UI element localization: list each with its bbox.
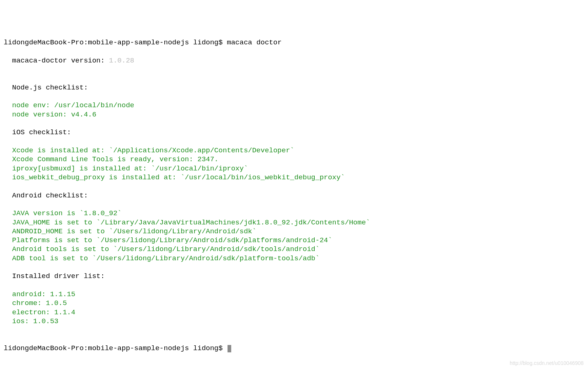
prompt-line-2: lidongdeMacBook-Pro:mobile-app-sample-no… (4, 344, 227, 352)
ios-checklist-header: iOS checklist: (4, 128, 71, 136)
android-checklist-header: Android checklist: (4, 192, 88, 200)
driver-android-line: android: 1.1.15 (4, 290, 75, 298)
ios-iproxy-line: iproxy[usbmuxd] is installed at: `/usr/l… (4, 165, 248, 173)
android-tools-line: Android tools is set to `/Users/lidong/L… (4, 245, 319, 253)
terminal-output[interactable]: lidongdeMacBook-Pro:mobile-app-sample-no… (0, 36, 588, 353)
command-text: macaca doctor (227, 38, 281, 47)
driver-ios-line: ios: 1.0.53 (4, 317, 58, 325)
ios-xcode-line: Xcode is installed at: `/Applications/Xc… (4, 146, 294, 155)
android-platforms-line: Platforms is set to `/Users/lidong/Libra… (4, 236, 332, 244)
driver-electron-line: electron: 1.1.4 (4, 308, 75, 316)
drivers-header: Installed driver list: (4, 272, 105, 280)
cursor-icon (228, 345, 231, 352)
prompt-line-1: lidongdeMacBook-Pro:mobile-app-sample-no… (4, 38, 227, 47)
ios-webkit-line: ios_webkit_debug_proxy is installed at: … (4, 173, 345, 182)
android-home-line: ANDROID_HOME is set to `/Users/lidong/Li… (4, 227, 256, 236)
android-java-line: JAVA version is `1.8.0_92` (4, 209, 122, 217)
driver-chrome-line: chrome: 1.0.5 (4, 299, 67, 307)
node-env-line: node env: /usr/local/bin/node (4, 101, 134, 109)
node-checklist-header: Node.js checklist: (4, 84, 88, 92)
ios-clt-line: Xcode Command Line Tools is ready, versi… (4, 155, 219, 163)
node-version-line: node version: v4.4.6 (4, 111, 96, 119)
version-value: 1.0.28 (109, 57, 134, 65)
watermark-text: http://blog.csdn.net/u010046908 (510, 360, 584, 367)
version-label: macaca-doctor version: (4, 57, 109, 65)
android-adb-line: ADB tool is set to `/Users/lidong/Librar… (4, 254, 319, 263)
android-javahome-line: JAVA_HOME is set to `/Library/Java/JavaV… (4, 219, 370, 227)
